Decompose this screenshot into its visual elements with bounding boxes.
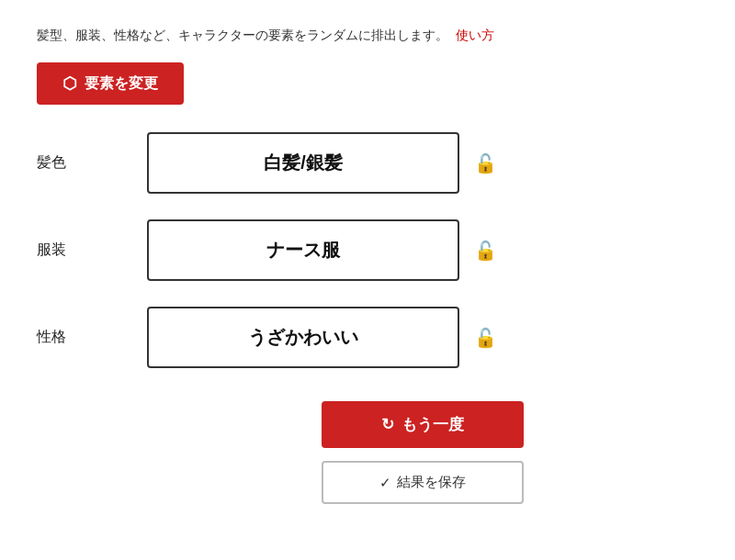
outfit-label: 服装	[37, 241, 147, 260]
cube-icon: ⬡	[62, 73, 77, 94]
generate-button[interactable]: ⬡ 要素を変更	[37, 62, 184, 105]
save-button[interactable]: ✓ 結果を保存	[322, 461, 524, 504]
save-icon: ✓	[379, 475, 391, 491]
rows-container: 髪色 白髪/銀髪 🔓 服装 ナース服 🔓 性格 うざかわいい 🔓	[37, 132, 698, 368]
hair-color-value: 白髪/銀髪	[147, 132, 459, 194]
outfit-row: 服装 ナース服 🔓	[37, 219, 698, 281]
retry-button[interactable]: ↻ もう一度	[322, 401, 524, 448]
retry-button-label: もう一度	[401, 414, 464, 435]
hair-color-lock-icon[interactable]: 🔓	[474, 152, 497, 174]
personality-lock-icon[interactable]: 🔓	[474, 327, 497, 349]
retry-icon: ↻	[381, 415, 394, 434]
help-link[interactable]: 使い方	[456, 28, 494, 44]
description-text: 髪型、服装、性格など、キャラクターの要素をランダムに排出します。	[37, 28, 448, 44]
generate-button-label: 要素を変更	[85, 74, 158, 94]
outfit-value: ナース服	[147, 219, 459, 281]
bottom-buttons: ↻ もう一度 ✓ 結果を保存	[147, 401, 698, 504]
personality-value: うざかわいい	[147, 307, 459, 368]
header-description: 髪型、服装、性格など、キャラクターの要素をランダムに排出します。 使い方	[37, 28, 698, 44]
hair-color-row: 髪色 白髪/銀髪 🔓	[37, 132, 698, 194]
save-button-label: 結果を保存	[397, 474, 466, 491]
personality-label: 性格	[37, 328, 147, 347]
hair-color-label: 髪色	[37, 153, 147, 173]
personality-row: 性格 うざかわいい 🔓	[37, 307, 698, 368]
outfit-lock-icon[interactable]: 🔓	[474, 240, 497, 262]
